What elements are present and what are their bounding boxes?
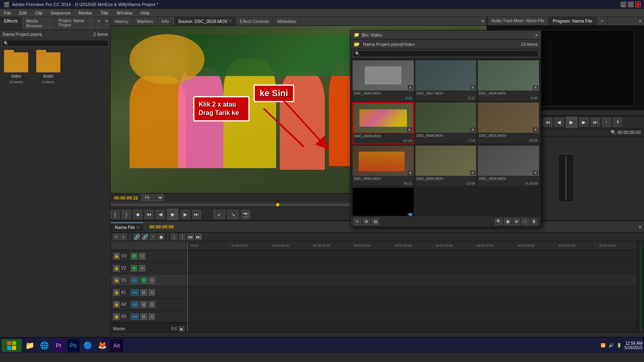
search-input[interactable] <box>2 40 109 47</box>
menu-help[interactable]: Help <box>139 10 151 16</box>
footer-delete-btn[interactable]: 🗑 <box>530 218 538 225</box>
program-tab-close[interactable]: × <box>597 17 608 25</box>
program-zoom[interactable]: 🔍 00:00:00:00 <box>611 130 641 135</box>
a2-s-btn[interactable]: S <box>149 301 155 308</box>
bin-item-dsc0527[interactable]: ⊞ DSC_0527.MOV 5:22 <box>415 60 477 101</box>
footer-list-btn[interactable]: ≡ <box>354 218 361 225</box>
taskbar-icon-files[interactable]: 📁 <box>23 339 36 352</box>
minimize-button[interactable]: _ <box>621 2 626 7</box>
fit-dropdown[interactable]: Fit 25% 50% 100% <box>141 194 164 201</box>
master-expand-btn[interactable]: ▶ <box>179 326 184 332</box>
audio-folder[interactable]: Audio 0 Items <box>36 52 60 84</box>
taskbar-icon-ae[interactable]: Ae <box>110 339 123 352</box>
a1-s-btn[interactable]: S <box>149 289 155 296</box>
menu-edit[interactable]: Edit <box>18 10 29 16</box>
v3-lane[interactable] <box>187 250 637 262</box>
bin-item-dsc0530[interactable]: ⊞ DSC_0530.MOV 7:14 <box>415 102 477 144</box>
mark-out-btn[interactable]: } <box>122 210 131 219</box>
tab-close[interactable]: × <box>95 17 103 30</box>
a2-label[interactable]: A2 <box>131 301 139 308</box>
a3-s-btn[interactable]: S <box>149 313 155 320</box>
v1-lock-btn[interactable]: 🔒 <box>113 277 120 284</box>
prog-lift[interactable]: ↑ <box>602 118 611 127</box>
export-frame-btn[interactable]: 📷 <box>241 210 250 219</box>
v1-lane[interactable] <box>187 274 637 286</box>
footer-search-btn[interactable]: 🔍 <box>495 218 502 225</box>
a3-lock-btn[interactable]: 🔒 <box>113 313 120 320</box>
a1-m-btn[interactable]: M <box>140 289 147 296</box>
footer-icon-btn[interactable]: ⊞ <box>363 218 370 225</box>
master-lane[interactable] <box>187 323 637 332</box>
bin-item-nama-file[interactable]: ⊞ Nama File 0:00 <box>352 187 414 216</box>
a1-lane[interactable] <box>187 286 637 298</box>
v3-sync-btn[interactable]: ⊙ <box>139 253 145 259</box>
marker-btn[interactable]: ◆ <box>158 234 164 240</box>
tab-effects[interactable]: Effects <box>0 17 22 30</box>
title-bar-controls[interactable]: _ □ × <box>621 2 641 7</box>
taskbar-icon-chrome[interactable]: 🔵 <box>81 339 94 352</box>
step-fwd-btn[interactable]: ▶ <box>181 210 190 219</box>
a3-m-btn[interactable]: M <box>140 313 147 320</box>
menu-file[interactable]: File <box>2 10 13 16</box>
prog-step-back[interactable]: ◀ <box>555 118 564 127</box>
bin-item-dsc0528[interactable]: ⊞ DSC_0528.MOV 6:00 <box>477 60 539 101</box>
prev-edit-btn[interactable]: ⏮ <box>187 234 194 240</box>
timeline-scrollbar[interactable] <box>111 332 644 337</box>
a2-lock-btn[interactable]: 🔒 <box>113 301 120 308</box>
a3-lane[interactable] <box>187 311 637 323</box>
timeline-content[interactable]: 00:00 00:00:15:00 00:00:30:00 00:00:45:0… <box>187 241 637 332</box>
video-folder[interactable]: Video 19 Items <box>4 52 28 84</box>
source-tab-close[interactable]: × <box>229 19 231 23</box>
tab-metadata[interactable]: Metadata <box>273 17 300 25</box>
close-button[interactable]: × <box>635 2 641 7</box>
add-track-btn[interactable]: + <box>150 234 156 240</box>
tab-effect-controls[interactable]: Effect Controls <box>236 17 273 25</box>
tab-info[interactable]: Info <box>157 17 173 25</box>
footer-new-btn[interactable]: ⊞ <box>513 218 520 225</box>
footer-thumb-btn[interactable]: ▤ <box>372 218 379 225</box>
program-menu-btn[interactable]: ≡ <box>637 17 644 25</box>
audio-track-btn[interactable]: A <box>120 234 127 240</box>
v2-lock-btn[interactable]: 🔒 <box>113 265 120 272</box>
v3-lock-btn[interactable]: 🔒 <box>113 253 120 259</box>
a2-m-btn[interactable]: M <box>140 301 147 308</box>
start-button[interactable] <box>2 339 22 352</box>
progress-thumb[interactable] <box>276 203 279 206</box>
prog-go-out[interactable]: ⏭ <box>591 118 600 127</box>
footer-meta-btn[interactable]: ▣ <box>504 218 511 225</box>
v3-eye-btn[interactable]: 👁 <box>131 253 137 259</box>
v2-eye-btn[interactable]: 👁 <box>131 265 137 272</box>
bin-close-btn[interactable]: × <box>535 33 538 37</box>
footer-folder-btn[interactable]: □ <box>522 218 529 225</box>
in-btn[interactable]: { <box>171 234 178 240</box>
taskbar-icon-ie[interactable]: 🌐 <box>38 339 51 352</box>
link-btn[interactable]: 🔗 <box>142 234 148 240</box>
playhead[interactable] <box>187 241 188 332</box>
prog-play[interactable]: ▶ <box>566 117 577 128</box>
v1-label[interactable]: V1 <box>131 277 139 284</box>
menu-marker[interactable]: Marker <box>77 10 94 16</box>
v1-sync-btn[interactable]: ⊙ <box>149 277 155 284</box>
a1-label[interactable]: A1 <box>131 289 139 296</box>
a2-lane[interactable] <box>187 298 637 311</box>
bin-item-dsc0531[interactable]: ⊞ DSC_0531.MOV 18:09 <box>477 102 539 144</box>
add-marker-btn[interactable]: ◆ <box>133 210 142 219</box>
timeline-menu-btn[interactable]: ≡ <box>637 223 644 231</box>
timeline-tab[interactable]: Nama File × <box>111 222 143 231</box>
bin-item-dsc0526[interactable]: ⊞ DSC_0526.MOV 5:01 <box>352 60 414 101</box>
tab-source[interactable]: Source: DSC_0529.MOV × <box>174 17 236 25</box>
snap-btn[interactable]: 🔗 <box>134 234 140 240</box>
v2-sync-btn[interactable]: ⊙ <box>139 265 145 272</box>
video-track-btn[interactable]: V <box>113 234 120 240</box>
taskbar-sound-icon[interactable]: 🔊 <box>609 343 613 348</box>
mark-in-btn[interactable]: { <box>111 210 120 219</box>
play-btn[interactable]: ▶ <box>167 209 178 220</box>
taskbar-icon-photoshop[interactable]: Ps <box>67 339 80 352</box>
menu-window[interactable]: Window <box>115 10 134 16</box>
go-to-in-btn[interactable]: ⏮ <box>144 210 153 219</box>
bin-search-input[interactable] <box>353 50 539 57</box>
timeline-tab-close[interactable]: × <box>136 225 139 230</box>
tab-audio-mixer[interactable]: Audio Track Mixer: Nama File <box>487 17 549 25</box>
tab-project[interactable]: Project: Nama Project <box>55 17 95 30</box>
prog-step-fwd[interactable]: ▶ <box>580 118 588 127</box>
